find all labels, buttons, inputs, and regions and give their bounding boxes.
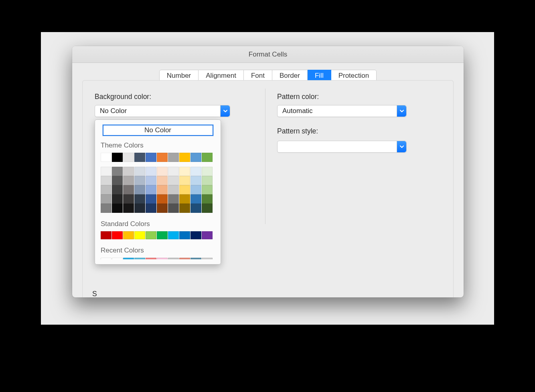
color-swatch[interactable]	[101, 153, 111, 162]
color-swatch[interactable]	[202, 185, 213, 194]
color-swatch[interactable]	[190, 231, 201, 239]
color-swatch[interactable]	[202, 153, 213, 162]
color-swatch[interactable]	[134, 185, 145, 194]
color-swatch[interactable]	[146, 153, 156, 162]
color-swatch[interactable]	[134, 153, 145, 162]
color-swatch[interactable]	[179, 176, 190, 185]
color-swatch[interactable]	[168, 176, 179, 185]
standard-colors-row	[101, 231, 215, 239]
color-swatch[interactable]	[179, 204, 190, 213]
color-swatch[interactable]	[134, 176, 145, 185]
color-swatch[interactable]	[168, 194, 179, 204]
color-swatch[interactable]	[190, 185, 201, 194]
color-swatch[interactable]	[179, 258, 190, 259]
recent-colors-row	[101, 258, 215, 259]
color-swatch[interactable]	[112, 167, 123, 176]
pattern-style-value	[278, 141, 397, 152]
color-swatch[interactable]	[168, 185, 179, 194]
color-swatch[interactable]	[202, 167, 213, 176]
color-swatch[interactable]	[112, 194, 123, 204]
color-swatch[interactable]	[202, 176, 213, 185]
color-swatch[interactable]	[134, 258, 145, 259]
color-swatch[interactable]	[202, 231, 213, 239]
color-swatch[interactable]	[123, 153, 134, 162]
color-swatch[interactable]	[101, 185, 111, 194]
color-swatch[interactable]	[168, 167, 179, 176]
color-swatch[interactable]	[190, 204, 201, 213]
color-swatch[interactable]	[112, 153, 123, 162]
color-swatch[interactable]	[134, 194, 145, 204]
color-swatch[interactable]	[168, 204, 179, 213]
pattern-color-label: Pattern color:	[277, 93, 319, 101]
color-swatch[interactable]	[101, 258, 111, 259]
color-swatch[interactable]	[112, 176, 123, 185]
color-swatch[interactable]	[146, 194, 156, 204]
background-color-value: No Color	[95, 105, 220, 117]
color-swatch[interactable]	[134, 167, 145, 176]
color-swatch[interactable]	[190, 153, 201, 162]
chevron-down-icon	[220, 105, 230, 117]
theme-colors-label: Theme Colors	[101, 141, 215, 150]
color-swatch[interactable]	[157, 258, 168, 259]
pattern-style-dropdown[interactable]	[277, 141, 407, 153]
color-swatch[interactable]	[101, 231, 111, 239]
color-swatch[interactable]	[146, 204, 156, 213]
chevron-down-icon	[397, 141, 406, 152]
recent-colors-label: Recent Colors	[101, 247, 215, 255]
color-swatch[interactable]	[168, 153, 179, 162]
color-swatch[interactable]	[101, 176, 111, 185]
background-color-dropdown[interactable]: No Color	[95, 105, 230, 117]
title-bar: Format Cells	[72, 46, 464, 63]
color-swatch[interactable]	[190, 167, 201, 176]
color-swatch[interactable]	[157, 185, 168, 194]
color-swatch[interactable]	[146, 167, 156, 176]
color-swatch[interactable]	[157, 204, 168, 213]
color-swatch[interactable]	[157, 194, 168, 204]
color-swatch[interactable]	[179, 167, 190, 176]
color-swatch[interactable]	[190, 258, 201, 259]
pattern-color-value: Automatic	[278, 105, 397, 117]
color-swatch[interactable]	[146, 258, 156, 259]
color-swatch[interactable]	[168, 231, 179, 239]
color-swatch[interactable]	[179, 231, 190, 239]
color-swatch[interactable]	[179, 153, 190, 162]
color-swatch[interactable]	[157, 167, 168, 176]
color-swatch[interactable]	[123, 204, 134, 213]
color-swatch[interactable]	[179, 194, 190, 204]
color-swatch[interactable]	[179, 185, 190, 194]
color-swatch[interactable]	[202, 204, 213, 213]
color-swatch[interactable]	[101, 194, 111, 204]
color-swatch[interactable]	[202, 258, 213, 259]
color-swatch[interactable]	[112, 204, 123, 213]
color-swatch[interactable]	[190, 194, 201, 204]
color-swatch[interactable]	[202, 194, 213, 204]
no-color-button[interactable]: No Color	[103, 125, 213, 136]
color-swatch[interactable]	[157, 231, 168, 239]
color-swatch[interactable]	[123, 258, 134, 259]
color-swatch[interactable]	[123, 185, 134, 194]
color-swatch[interactable]	[168, 258, 179, 259]
color-swatch[interactable]	[123, 167, 134, 176]
chevron-down-icon	[397, 105, 406, 117]
truncated-label: S	[92, 290, 97, 297]
color-swatch[interactable]	[146, 185, 156, 194]
color-swatch[interactable]	[123, 176, 134, 185]
color-swatch[interactable]	[101, 167, 111, 176]
pattern-style-label: Pattern style:	[277, 127, 318, 135]
color-swatch[interactable]	[134, 204, 145, 213]
color-swatch[interactable]	[146, 231, 156, 239]
color-swatch[interactable]	[157, 153, 168, 162]
color-swatch[interactable]	[190, 176, 201, 185]
color-swatch[interactable]	[112, 185, 123, 194]
color-swatch[interactable]	[112, 231, 123, 239]
color-swatch[interactable]	[157, 176, 168, 185]
theme-colors-grid	[101, 153, 215, 213]
pattern-color-dropdown[interactable]: Automatic	[277, 105, 407, 117]
color-swatch[interactable]	[146, 176, 156, 185]
color-swatch[interactable]	[123, 231, 134, 239]
color-swatch[interactable]	[123, 194, 134, 204]
color-swatch[interactable]	[134, 231, 145, 239]
color-swatch[interactable]	[112, 258, 123, 259]
color-swatch[interactable]	[101, 204, 111, 213]
dialog-title: Format Cells	[249, 51, 287, 59]
